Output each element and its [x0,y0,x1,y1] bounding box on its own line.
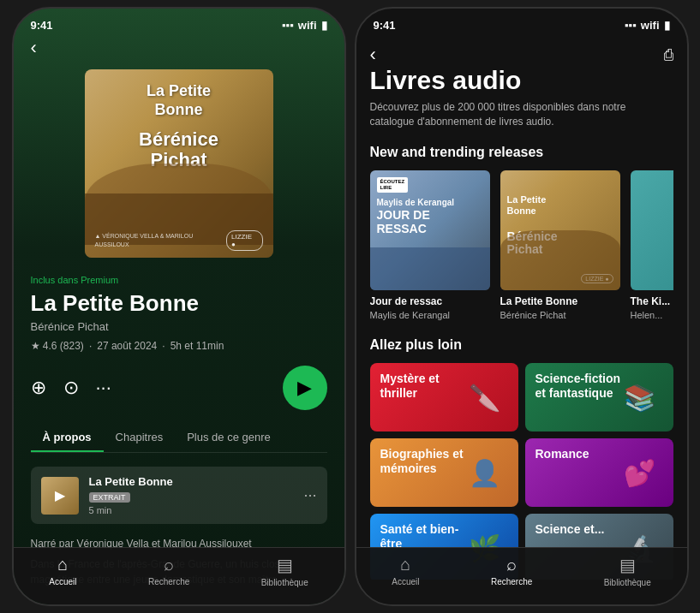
right-header: ‹ ⎙ [356,37,687,66]
lizzie-badge: LIZZIE ● [226,230,263,251]
more-button[interactable]: ··· [96,377,111,399]
book-name-3: The Ki... [631,295,673,309]
book-cover-figure-2 [500,230,620,290]
search-icon-left: ⌕ [164,555,174,574]
nav-bibliotheque-label-left: Bibliothèque [261,578,308,587]
genre-scifi[interactable]: Science-fiction et fantastique 📚 [525,363,673,431]
nav-accueil-left[interactable]: ⌂ Accueil [49,555,76,587]
books-scroll: ÉCOUTEZLIRE Maylis de KerangalJOUR DE RE… [370,170,673,321]
book-text-overlay-2: La PetiteBonne [507,194,613,217]
book-author-3: Helen... [631,310,673,320]
genre-mystery-icon: 🔪 [452,363,518,431]
wifi-icon: wifi [298,19,317,32]
wifi-icon-right: wifi [641,19,660,32]
excerpt-duration: 5 min [89,505,294,515]
excerpt-thumbnail: ▶ [41,477,79,515]
tab-plus[interactable]: Plus de ce genre [175,424,283,452]
book-card-3[interactable]: The Ki... Helen... [631,170,673,321]
tab-apropos[interactable]: À propos [31,424,104,452]
meta-separator2: · [162,340,165,352]
book-date: 27 août 2024 [97,340,157,352]
share-button[interactable]: ⎙ [664,46,673,64]
book-cover-sky [370,247,490,290]
genre-mystery[interactable]: Mystère et thriller 🔪 [370,363,518,431]
nav-recherche-label-left: Recherche [148,577,189,586]
library-icon-right: ▤ [619,555,636,575]
nav-recherche-left[interactable]: ⌕ Recherche [148,555,189,587]
nav-bibliotheque-left[interactable]: ▤ Bibliothèque [261,555,308,587]
book-author: Bérénice Pichat [31,320,327,333]
book-title: La Petite Bonne [31,290,327,317]
nav-accueil-label-right: Accueil [392,577,419,586]
nav-bibliotheque-label-right: Bibliothèque [604,578,651,587]
time-right: 9:41 [374,19,396,32]
album-cover: La PetiteBonne BérénicePichat ▲ VÉRONIQU… [85,69,273,258]
book-name-2: La Petite Bonne [500,295,620,309]
genre-romance[interactable]: Romance 💕 [525,438,673,507]
genre-bio[interactable]: Biographies et mémoires 👤 [370,438,518,507]
left-phone: 9:41 ▪▪▪ wifi ▮ ‹ La PetiteBonne Bérénic… [12,7,346,606]
battery-icon-right: ▮ [664,19,670,32]
album-narrators: ▲ VÉRONIQUE VELLA & MARILOU AUSSILOUX [95,232,227,249]
tabs-row: À propos Chapitres Plus de ce genre [31,424,327,453]
page-subtitle: Découvrez plus de 200 000 titres disponi… [370,100,673,129]
book-name-1: Jour de ressac [370,295,490,309]
home-icon-right: ⌂ [400,555,410,574]
book-meta: ★ 4.6 (823) · 27 août 2024 · 5h et 11min [31,340,327,352]
book-card-1[interactable]: ÉCOUTEZLIRE Maylis de KerangalJOUR DE RE… [370,170,490,321]
album-bottom: ▲ VÉRONIQUE VELLA & MARILOU AUSSILOUX LI… [85,230,273,251]
status-bar-left: 9:41 ▪▪▪ wifi ▮ [14,9,344,37]
album-title: La PetiteBonne [85,82,273,119]
book-cover-label-1: ÉCOUTEZLIRE [377,177,409,193]
right-content: Livres audio Découvrez plus de 200 000 t… [356,66,687,580]
add-button[interactable]: ⊕ [31,377,46,399]
excerpt-title: La Petite Bonne [89,475,294,488]
bottom-nav-left: ⌂ Accueil ⌕ Recherche ▤ Bibliothèque [14,547,344,604]
genre-bio-icon: 👤 [452,438,518,507]
back-button[interactable]: ‹ [31,37,37,59]
nav-accueil-label-left: Accueil [49,577,76,586]
genre-science-label: Science et... [535,522,605,537]
page-title: Livres audio [370,66,673,95]
excerpt-more-button[interactable]: ··· [303,486,316,504]
battery-icon: ▮ [321,19,327,32]
back-button-right[interactable]: ‹ [370,44,376,66]
home-icon-left: ⌂ [57,555,68,574]
nav-recherche-right[interactable]: ⌕ Recherche [491,555,532,587]
status-icons-right: ▪▪▪ wifi ▮ [625,19,670,32]
genre-section-title: Allez plus loin [370,337,673,353]
search-icon-right: ⌕ [506,555,517,574]
time-left: 9:41 [31,19,53,32]
tab-chapitres[interactable]: Chapitres [104,424,176,452]
action-row: ⊕ ⊙ ··· ▶ [31,366,327,410]
book-rating: ★ 4.6 (823) [31,340,84,352]
book-card-2[interactable]: La PetiteBonne BérénicePichat LIZZIE ● L… [500,170,620,321]
book-cover-3 [631,170,673,290]
book-cover-2: La PetiteBonne BérénicePichat LIZZIE ● [500,170,620,290]
signal-icon-right: ▪▪▪ [625,19,637,32]
action-icons: ⊕ ⊙ ··· [31,377,111,399]
play-button[interactable]: ▶ [283,366,327,410]
status-bar-right: 9:41 ▪▪▪ wifi ▮ [356,9,687,37]
book-text-overlay-1: Maylis de KerangalJOUR DE RESSAC [377,198,483,237]
trending-title: New and trending releases [370,145,673,160]
meta-separator: · [89,340,92,352]
premium-badge: Inclus dans Premium [31,275,327,285]
book-duration: 5h et 11min [171,340,224,352]
nav-recherche-label-right: Recherche [491,577,532,586]
nav-bibliotheque-right[interactable]: ▤ Bibliothèque [604,555,651,587]
nav-accueil-right[interactable]: ⌂ Accueil [392,555,419,587]
library-icon-left: ▤ [277,555,293,575]
genre-romance-icon: 💕 [607,438,673,507]
signal-icon: ▪▪▪ [282,19,294,32]
status-icons-left: ▪▪▪ wifi ▮ [282,19,327,32]
book-author-1: Maylis de Kerangal [370,310,490,320]
book-cover-1: ÉCOUTEZLIRE Maylis de KerangalJOUR DE RE… [370,170,490,290]
genre-scifi-icon: 📚 [607,363,673,431]
book-author-2: Bérénice Pichat [500,310,620,320]
excerpt-card: ▶ La Petite Bonne EXTRAIT 5 min ··· [31,467,327,524]
right-phone: 9:41 ▪▪▪ wifi ▮ ‹ ⎙ Livres audio Découvr… [355,7,689,606]
download-button[interactable]: ⊙ [63,377,79,399]
excerpt-badge: EXTRAIT [89,492,130,503]
genre-romance-label: Romance [535,447,589,461]
